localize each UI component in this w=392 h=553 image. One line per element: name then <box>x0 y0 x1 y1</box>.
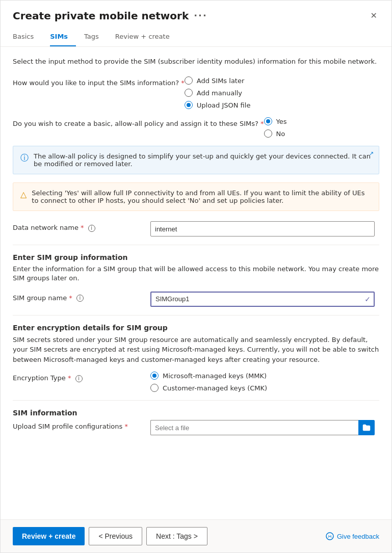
radio-cmk[interactable]: Customer-managed keys (CMK) <box>150 384 267 392</box>
encryption-type-label: Encryption Type * i <box>13 372 150 383</box>
tab-tags[interactable]: Tags <box>84 29 107 46</box>
close-icon[interactable]: ✕ <box>369 9 379 22</box>
info-box: ⓘ The allow-all policy is designed to si… <box>13 146 379 174</box>
svg-point-2 <box>330 535 331 536</box>
upload-label: Upload SIM profile configurations * <box>13 420 150 431</box>
radio-upload-json-input[interactable] <box>185 101 193 109</box>
sim-group-name-info-icon[interactable]: i <box>76 295 84 302</box>
sim-info-heading: SIM information <box>13 409 379 417</box>
data-network-info-icon[interactable]: i <box>88 225 95 232</box>
data-network-input[interactable] <box>150 221 375 236</box>
file-browse-button[interactable] <box>358 420 375 435</box>
radio-upload-json[interactable]: Upload JSON file <box>185 101 251 109</box>
section-description: Select the input method to provide the S… <box>13 57 379 66</box>
tab-sims[interactable]: SIMs <box>50 29 76 46</box>
select-checkmark-icon: ✓ <box>364 295 371 303</box>
warning-icon: △ <box>20 190 27 204</box>
policy-label: Do you wish to create a basic, allow-all… <box>13 117 264 128</box>
radio-mmk[interactable]: Microsoft-managed keys (MMK) <box>150 372 267 380</box>
file-input[interactable] <box>150 420 358 435</box>
radio-add-manually-label: Add manually <box>197 89 242 97</box>
encryption-radio-group: Microsoft-managed keys (MMK) Customer-ma… <box>150 372 267 392</box>
tab-bar: Basics SIMs Tags Review + create <box>1 29 391 47</box>
radio-yes-input[interactable] <box>264 117 272 125</box>
info-icon: ⓘ <box>20 153 29 168</box>
svg-point-1 <box>328 535 329 536</box>
radio-yes[interactable]: Yes <box>264 117 287 125</box>
radio-add-later-input[interactable] <box>185 76 193 85</box>
radio-upload-json-label: Upload JSON file <box>197 101 251 109</box>
warning-box: △ Selecting 'Yes' will allow full IP con… <box>13 182 379 211</box>
policy-row: Do you wish to create a basic, allow-all… <box>13 117 379 138</box>
radio-cmk-input[interactable] <box>150 384 159 392</box>
radio-no-label: No <box>276 130 285 138</box>
radio-add-manually-input[interactable] <box>185 89 193 97</box>
main-content: Select the input method to provide the S… <box>1 47 391 519</box>
encryption-heading: Enter encryption details for SIM group <box>13 324 379 332</box>
sim-group-name-row: SIM group name * i SIMGroup1 ✓ <box>13 292 379 307</box>
radio-mmk-input[interactable] <box>150 372 159 380</box>
tab-review-create[interactable]: Review + create <box>115 29 178 46</box>
dialog-title-dots: ··· <box>194 10 207 21</box>
radio-cmk-label: Customer-managed keys (CMK) <box>163 384 267 392</box>
radio-no-input[interactable] <box>264 129 272 138</box>
sim-group-select[interactable]: SIMGroup1 <box>150 292 375 307</box>
radio-yes-label: Yes <box>276 118 287 125</box>
info-box-text: The allow-all policy is designed to simp… <box>34 152 372 168</box>
sim-input-method-row: How would you like to input the SIMs inf… <box>13 76 379 109</box>
feedback-icon <box>326 532 334 540</box>
upload-row: Upload SIM profile configurations * <box>13 420 379 435</box>
footer: Review + create < Previous Next : Tags >… <box>1 519 391 552</box>
sim-input-label: How would you like to input the SIMs inf… <box>13 76 185 88</box>
warning-box-text: Selecting 'Yes' will allow full IP conne… <box>32 189 372 204</box>
next-button[interactable]: Next : Tags > <box>146 527 207 545</box>
radio-no[interactable]: No <box>264 129 287 138</box>
policy-radio-group: Yes No <box>264 117 287 138</box>
radio-add-later-label: Add SIMs later <box>197 77 245 85</box>
sim-group-name-label: SIM group name * i <box>13 292 150 303</box>
divider-2 <box>13 315 379 315</box>
folder-icon <box>362 424 371 431</box>
radio-add-manually[interactable]: Add manually <box>185 89 251 97</box>
sim-input-radio-group: Add SIMs later Add manually Upload JSON … <box>185 76 251 109</box>
previous-button[interactable]: < Previous <box>89 527 142 545</box>
external-link-icon[interactable]: ↗ <box>369 150 374 157</box>
give-feedback-button[interactable]: Give feedback <box>326 532 379 540</box>
sim-info-section: SIM information Upload SIM profile confi… <box>13 409 379 435</box>
sim-group-heading: Enter SIM group information <box>13 253 379 261</box>
dialog-title-text: Create private mobile network <box>13 10 189 22</box>
divider-1 <box>13 245 379 245</box>
encryption-type-info-icon[interactable]: i <box>75 375 83 382</box>
sim-group-desc: Enter the information for a SIM group th… <box>13 265 379 283</box>
sim-group-select-container: SIMGroup1 ✓ <box>150 292 375 307</box>
radio-mmk-label: Microsoft-managed keys (MMK) <box>163 372 267 380</box>
review-create-button[interactable]: Review + create <box>13 527 85 545</box>
data-network-label: Data network name * i <box>13 221 150 232</box>
tab-basics[interactable]: Basics <box>13 29 42 46</box>
radio-add-later[interactable]: Add SIMs later <box>185 76 251 85</box>
encryption-desc: SIM secrets stored under your SIM group … <box>13 335 379 365</box>
data-network-row: Data network name * i <box>13 221 379 236</box>
encryption-type-row: Encryption Type * i Microsoft-managed ke… <box>13 372 379 392</box>
dialog-header: Create private mobile network ··· ✕ <box>1 1 391 29</box>
divider-3 <box>13 400 379 401</box>
file-upload-container <box>150 420 375 435</box>
